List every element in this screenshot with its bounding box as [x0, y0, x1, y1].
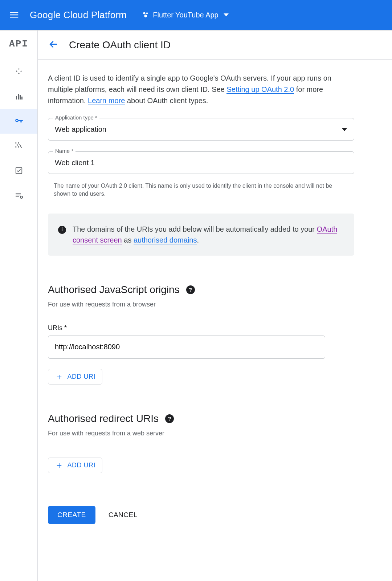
svg-point-4 [18, 142, 19, 144]
sidebar-item-page-usage[interactable] [0, 183, 37, 208]
svg-point-0 [143, 12, 146, 15]
sidebar-item-library[interactable] [0, 84, 37, 109]
page-header: Create OAuth client ID [38, 31, 392, 60]
add-js-origin-uri-button[interactable]: ＋ ADD URI [48, 369, 102, 385]
svg-point-7 [18, 146, 19, 148]
page-title: Create OAuth client ID [69, 39, 171, 51]
form-actions: CREATE CANCEL [48, 506, 354, 524]
dashboard-icon [14, 67, 24, 77]
menu-icon[interactable] [9, 9, 20, 20]
top-app-bar: Google Cloud Platform Flutter YouTube Ap… [0, 0, 392, 31]
js-origin-uri-input[interactable] [48, 336, 325, 359]
help-icon[interactable]: ? [165, 414, 174, 423]
name-input[interactable] [48, 151, 354, 174]
info-text-prefix: The domains of the URIs you add below wi… [73, 225, 317, 233]
left-nav: API [0, 31, 38, 581]
name-label: Name * [53, 148, 75, 154]
redirect-uris-sub: For use with requests from a web server [48, 430, 354, 437]
learn-more-link[interactable]: Learn more [88, 97, 125, 105]
check-box-icon [14, 166, 24, 175]
consent-icon [14, 141, 24, 151]
js-origins-heading-text: Authorised JavaScript origins [48, 284, 180, 296]
chevron-down-icon [342, 128, 347, 131]
project-name: Flutter YouTube App [153, 11, 219, 19]
back-arrow-icon[interactable] [48, 39, 59, 51]
redirect-uris-heading-text: Authorised redirect URIs [48, 413, 159, 424]
svg-point-2 [144, 15, 147, 17]
application-type-label: Application type * [53, 114, 99, 121]
info-text-mid: as [122, 236, 134, 244]
application-type-field: Application type * Web application [48, 118, 354, 141]
setup-oauth-link[interactable]: Setting up OAuth 2.0 [226, 85, 294, 94]
svg-point-6 [15, 146, 16, 148]
info-icon: i [58, 226, 66, 234]
cancel-button[interactable]: CANCEL [109, 511, 138, 519]
library-icon [14, 92, 24, 101]
sidebar-item-credentials[interactable] [0, 109, 37, 134]
product-name: Google Cloud Platform [30, 9, 127, 21]
js-origins-heading: Authorised JavaScript origins ? [48, 284, 354, 296]
name-helper-text: The name of your OAuth 2.0 client. This … [48, 179, 354, 198]
sidebar-item-domain-verification[interactable] [0, 158, 37, 183]
main-content: Create OAuth client ID A client ID is us… [38, 31, 392, 581]
svg-point-1 [146, 12, 148, 14]
add-redirect-uri-button[interactable]: ＋ ADD URI [48, 458, 102, 473]
application-type-select[interactable]: Web application [48, 118, 354, 141]
svg-point-9 [20, 196, 23, 198]
svg-point-3 [15, 142, 16, 144]
application-type-value: Web application [55, 125, 106, 134]
sidebar-item-dashboard[interactable] [0, 60, 37, 84]
js-origins-sub: For use with requests from a browser [48, 301, 354, 308]
api-logo: API [9, 36, 28, 60]
add-uri-label: ADD URI [68, 462, 96, 469]
sidebar-item-oauth-consent[interactable] [0, 134, 37, 158]
redirect-uris-heading: Authorised redirect URIs ? [48, 413, 354, 424]
intro-suffix: about OAuth client types. [125, 97, 208, 105]
settings-list-icon [14, 191, 24, 200]
intro-text: A client ID is used to identify a single… [48, 73, 354, 106]
info-text-suffix: . [197, 236, 199, 244]
name-field: Name * [48, 151, 354, 174]
create-button[interactable]: CREATE [48, 506, 95, 524]
key-icon [14, 117, 24, 126]
add-uri-label: ADD URI [68, 373, 96, 381]
info-banner: i The domains of the URIs you add below … [48, 214, 354, 256]
project-selector[interactable]: Flutter YouTube App [143, 11, 229, 19]
chevron-down-icon [224, 13, 229, 16]
project-icon [143, 12, 149, 18]
authorised-domains-link[interactable]: authorised domains [134, 236, 197, 244]
help-icon[interactable]: ? [186, 285, 195, 294]
js-origins-uris-label: URIs * [48, 324, 354, 332]
svg-point-5 [16, 144, 18, 146]
